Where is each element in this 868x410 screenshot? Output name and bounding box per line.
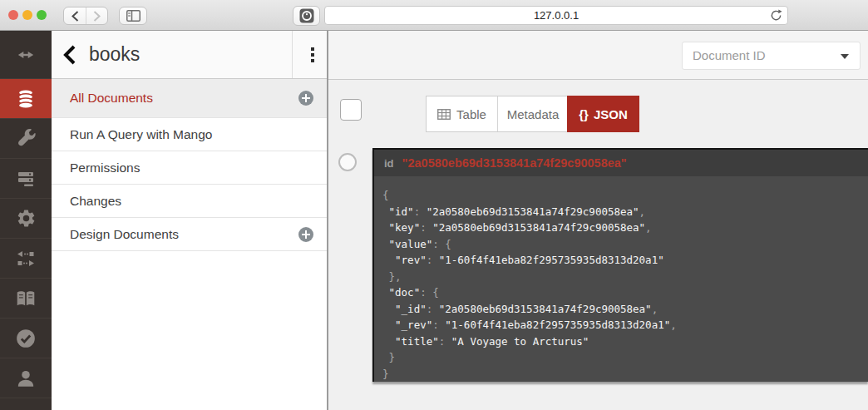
sidebar-item-changes[interactable]: Changes	[52, 185, 327, 218]
sidebar-item-replication[interactable]	[0, 239, 52, 279]
zoom-window-button[interactable]	[37, 10, 47, 20]
document-select-circle[interactable]	[338, 153, 357, 171]
sidebar-item-permissions[interactable]: Permissions	[52, 151, 327, 185]
add-design-doc-button[interactable]	[298, 227, 313, 242]
browser-toolbar	[0, 0, 868, 31]
select-all-checkbox[interactable]	[340, 99, 362, 121]
sidebar-item-label: Design Documents	[70, 227, 179, 242]
kebab-dot-icon	[311, 47, 314, 51]
code-line: "title": "A Voyage to Arcturus"	[382, 333, 860, 350]
database-actions-menu-button[interactable]	[298, 31, 328, 78]
add-document-button[interactable]	[298, 91, 313, 106]
wrench-icon	[16, 128, 37, 149]
document-card[interactable]: id "2a0580eb69d3153841a74f29c90058ea" { …	[372, 148, 868, 382]
person-icon	[15, 368, 37, 389]
tab-label: JSON	[594, 107, 628, 121]
database-header: books	[52, 31, 327, 79]
doc-id-value: "2a0580eb69d3153841a74f29c90058ea"	[402, 156, 627, 170]
code-line: "rev": "1-60f4f41eba82f295735935d8313d20…	[382, 252, 860, 269]
server-list-icon	[16, 169, 36, 189]
sidebar-item-label: All Documents	[70, 91, 153, 106]
tab-label: Metadata	[507, 107, 560, 121]
tab-label: Table	[456, 107, 486, 121]
book-icon	[15, 288, 37, 309]
forward-nav-button[interactable]	[86, 7, 107, 24]
kebab-dot-icon	[311, 59, 314, 62]
extension-button[interactable]	[293, 6, 320, 26]
tab-json[interactable]: {} JSON	[567, 96, 639, 132]
document-id-placeholder: Document ID	[683, 42, 860, 69]
gear-icon	[16, 208, 37, 229]
database-sidebar: books All Documents Run A Query with Man…	[52, 31, 328, 410]
url-bar[interactable]	[324, 6, 788, 25]
code-line: "_id": "2a0580eb69d3153841a74f29c90058ea…	[382, 301, 860, 318]
code-line: }	[382, 349, 860, 366]
reload-button[interactable]	[770, 9, 782, 25]
code-line: "doc": {	[382, 284, 860, 301]
minimize-window-button[interactable]	[22, 10, 32, 20]
close-window-button[interactable]	[8, 10, 18, 20]
sidebar-item-label: Run A Query with Mango	[70, 127, 212, 142]
json-code: { "id": "2a0580eb69d3153841a74f29c90058e…	[374, 176, 868, 382]
databases-icon	[15, 88, 37, 110]
sidebar-item-label: Permissions	[70, 161, 140, 175]
sidebar-item-documentation[interactable]	[0, 279, 52, 319]
code-line: },	[382, 269, 860, 285]
code-line: {	[382, 187, 860, 204]
sidebar-item-active-tasks[interactable]	[0, 159, 52, 199]
collapse-arrows-icon	[15, 44, 37, 66]
code-line: "id": "2a0580eb69d3153841a74f29c90058ea"…	[382, 204, 860, 220]
chevron-down-icon	[841, 54, 849, 59]
sidebar-item-databases[interactable]	[0, 79, 52, 119]
code-line: }	[382, 366, 860, 383]
documents-view: Document ID Table Metadat	[328, 31, 868, 410]
sidebar-toggle-icon	[126, 10, 141, 22]
chevron-left-icon	[72, 11, 79, 22]
document-id-dropdown[interactable]: Document ID	[682, 42, 861, 70]
sidebar-item-configuration[interactable]	[0, 199, 52, 239]
sidebar-item-label: Changes	[70, 194, 121, 209]
extension-icon	[299, 8, 314, 23]
url-input[interactable]	[325, 7, 787, 24]
sidebar-item-account[interactable]	[0, 358, 52, 398]
back-nav-button[interactable]	[64, 7, 86, 24]
header-divider	[292, 31, 293, 78]
chevron-left-icon	[62, 44, 78, 66]
sidebar-item-design-documents[interactable]: Design Documents	[52, 218, 327, 251]
view-mode-tabs: Table Metadata {} JSON	[426, 96, 639, 132]
sidebar-item-all-documents[interactable]: All Documents	[52, 79, 327, 118]
sidebar-item-mango-query[interactable]: Run A Query with Mango	[52, 118, 327, 151]
history-nav-group	[63, 7, 108, 25]
chevron-right-icon	[93, 11, 101, 22]
fauxton-window: books All Documents Run A Query with Man…	[0, 0, 868, 410]
check-circle-icon	[15, 328, 37, 349]
replication-arrows-icon	[16, 249, 36, 269]
code-line: "key": "2a0580eb69d3153841a74f29c90058ea…	[382, 220, 860, 236]
reload-icon	[770, 9, 782, 22]
sidebar-item-verify[interactable]	[0, 319, 52, 358]
kebab-dot-icon	[311, 53, 314, 57]
code-line: "value": {	[382, 236, 860, 253]
table-icon	[437, 109, 451, 120]
back-to-databases-button[interactable]	[62, 44, 80, 66]
code-line: "_rev": "1-60f4f41eba82f295735935d8313d2…	[382, 317, 860, 333]
content-header: Document ID	[328, 31, 868, 80]
primary-sidebar	[0, 31, 52, 410]
doc-id-key: id	[384, 157, 394, 170]
document-card-header: id "2a0580eb69d3153841a74f29c90058ea"	[374, 150, 868, 176]
tab-table[interactable]: Table	[427, 96, 497, 131]
sidebar-item-setup[interactable]	[0, 119, 52, 159]
braces-icon: {}	[579, 107, 589, 121]
sidebar-toggle-button[interactable]	[119, 7, 147, 25]
database-title: books	[89, 43, 140, 66]
collapse-sidebar-button[interactable]	[0, 31, 52, 79]
tab-metadata[interactable]: Metadata	[497, 96, 568, 131]
